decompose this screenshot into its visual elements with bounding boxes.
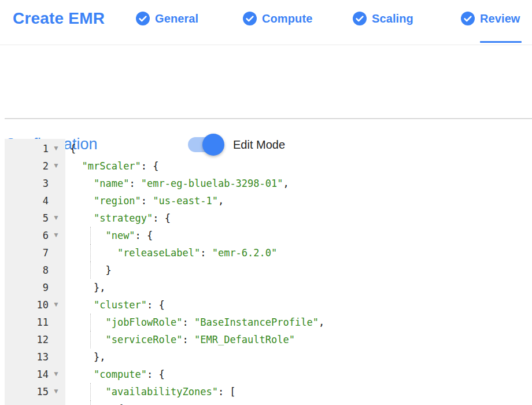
gutter-line: 13: [5, 348, 65, 366]
json-punctuation-token: :: [141, 195, 153, 207]
json-punctuation-token: [70, 160, 82, 172]
tab-review[interactable]: Review: [461, 0, 520, 45]
code-line[interactable]: "jobFlowRole": "BaseInstanceProfile",: [70, 314, 532, 331]
fold-arrow-down-icon[interactable]: ▼: [51, 296, 61, 314]
fold-arrow-down-icon[interactable]: ▼: [51, 383, 61, 400]
gutter-line: 2▼: [5, 157, 65, 175]
json-string-token: "us-east-1": [153, 195, 218, 207]
line-number: 15: [37, 386, 49, 397]
indent-guide: [90, 400, 91, 405]
code-line[interactable]: },: [70, 279, 532, 296]
gutter-line: 15▼: [5, 383, 65, 400]
json-string-token: "serviceRole": [105, 334, 182, 345]
json-string-token: "new": [105, 230, 135, 241]
json-string-token: "name": [94, 178, 129, 189]
fold-arrow-down-icon[interactable]: ▼: [51, 366, 61, 383]
json-punctuation-token: {: [70, 143, 76, 154]
json-punctuation-token: [70, 230, 105, 241]
gutter-line: 6▼: [5, 227, 65, 244]
indent-guide: [90, 314, 91, 331]
code-line[interactable]: "region": "us-east-1",: [70, 192, 532, 209]
code-line[interactable]: "releaseLabel": "emr-6.2.0": [70, 244, 532, 262]
json-punctuation-token: [70, 178, 94, 189]
line-number: 3: [43, 178, 49, 189]
json-string-token: "mrScaler": [82, 160, 141, 172]
json-string-token: "emr-6.2.0": [212, 247, 278, 259]
code-line[interactable]: {: [70, 400, 532, 405]
json-string-token: "strategy": [94, 212, 153, 224]
line-number: 14: [37, 369, 49, 380]
line-number: 9: [43, 282, 49, 293]
gutter-line: 11: [5, 314, 65, 331]
configuration-section-header: Configuration Edit Mode: [0, 58, 532, 118]
line-number: 5: [43, 212, 49, 224]
json-punctuation-token: [70, 247, 117, 259]
json-punctuation-token: },: [70, 282, 105, 293]
line-number: 10: [37, 299, 49, 311]
line-number: 2: [43, 160, 49, 172]
json-punctuation-token: [70, 386, 105, 397]
json-punctuation-token: : {: [141, 160, 159, 172]
line-number: 11: [37, 316, 49, 328]
json-punctuation-token: : {: [147, 299, 165, 311]
tab-general[interactable]: General: [136, 0, 198, 45]
json-punctuation-token: },: [70, 351, 105, 363]
gutter-line: 3: [5, 175, 65, 192]
line-number: 4: [43, 195, 49, 207]
tab-scaling[interactable]: Scaling: [353, 0, 413, 45]
json-string-token: "EMR_DefaultRole": [194, 334, 295, 345]
code-line[interactable]: }: [70, 262, 532, 279]
json-punctuation-token: : [: [218, 386, 236, 397]
tab-general-label: General: [155, 12, 198, 25]
json-punctuation-token: ,: [283, 178, 289, 189]
fold-arrow-down-icon[interactable]: ▼: [51, 209, 61, 227]
indent-guide: [90, 244, 91, 262]
json-string-token: "cluster": [94, 299, 147, 311]
json-punctuation-token: :: [182, 334, 194, 345]
check-circle-icon: [243, 12, 257, 25]
json-punctuation-token: [70, 316, 105, 328]
indent-guide: [90, 383, 91, 400]
section-divider: [5, 118, 532, 119]
code-line[interactable]: {: [70, 140, 532, 157]
code-line[interactable]: "new": {: [70, 227, 532, 244]
json-punctuation-token: : {: [135, 230, 153, 241]
code-line[interactable]: "strategy": {: [70, 209, 532, 227]
code-line[interactable]: "mrScaler": {: [70, 157, 532, 175]
json-string-token: "emr-eg-bluelab-3298-01": [141, 178, 283, 189]
code-line[interactable]: "compute": {: [70, 366, 532, 383]
code-line[interactable]: "name": "emr-eg-bluelab-3298-01",: [70, 175, 532, 192]
line-number: 1: [43, 143, 49, 154]
fold-arrow-down-icon[interactable]: ▼: [51, 400, 61, 405]
line-number: 8: [43, 264, 49, 276]
json-punctuation-token: :: [129, 178, 141, 189]
tab-compute-label: Compute: [262, 12, 312, 25]
json-string-token: "compute": [94, 369, 147, 380]
tab-compute[interactable]: Compute: [243, 0, 312, 45]
gutter-line: 9: [5, 279, 65, 296]
check-circle-icon: [353, 12, 367, 25]
page-title: Create EMR: [13, 9, 105, 28]
json-editor[interactable]: 1▼2▼345▼6▼78910▼11121314▼15▼16▼ { "mrSca…: [5, 139, 532, 405]
json-punctuation-token: [70, 299, 94, 311]
json-punctuation-token: :: [182, 316, 194, 328]
code-line[interactable]: "cluster": {: [70, 296, 532, 314]
json-punctuation-token: :: [200, 247, 212, 259]
json-punctuation-token: [70, 195, 94, 207]
json-punctuation-token: : {: [147, 369, 165, 380]
fold-arrow-down-icon[interactable]: ▼: [51, 140, 61, 157]
code-line[interactable]: "availabilityZones": [: [70, 383, 532, 400]
fold-arrow-down-icon[interactable]: ▼: [51, 227, 61, 244]
indent-guide: [90, 262, 91, 279]
json-string-token: "region": [94, 195, 141, 207]
gutter-line: 14▼: [5, 366, 65, 383]
code-line[interactable]: },: [70, 348, 532, 366]
indent-guide: [90, 227, 91, 244]
fold-arrow-down-icon[interactable]: ▼: [51, 157, 61, 175]
tab-review-label: Review: [480, 12, 520, 25]
indent-guide: [90, 331, 91, 348]
gutter-line: 1▼: [5, 140, 65, 157]
gutter-line: 4: [5, 192, 65, 209]
code-line[interactable]: "serviceRole": "EMR_DefaultRole": [70, 331, 532, 348]
editor-code[interactable]: { "mrScaler": { "name": "emr-eg-bluelab-…: [65, 139, 532, 405]
